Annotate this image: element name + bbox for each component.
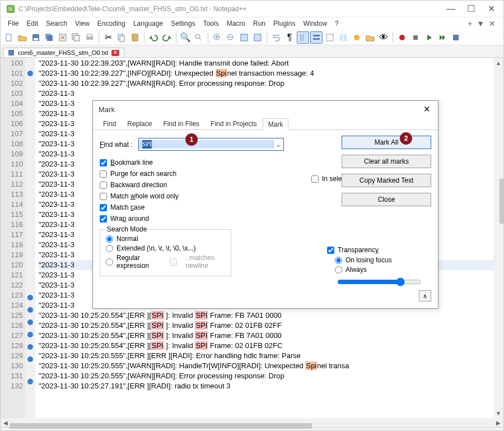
play-icon[interactable] bbox=[423, 31, 435, 44]
scroll-down-icon[interactable]: ▼ bbox=[494, 409, 502, 417]
close-file-icon[interactable] bbox=[57, 31, 69, 44]
svg-rect-4 bbox=[34, 38, 38, 40]
find-what-input[interactable] bbox=[139, 140, 273, 149]
maximize-button[interactable]: ☐ bbox=[461, 1, 481, 17]
tab-replace[interactable]: Replace bbox=[122, 118, 157, 129]
mode-extended-radio[interactable]: Extended (\n, \r, \t, \0, \x...) bbox=[106, 244, 225, 252]
stop-icon[interactable] bbox=[409, 31, 422, 44]
minimize-button[interactable]: — bbox=[441, 1, 461, 17]
menu-run[interactable]: Run bbox=[249, 18, 269, 29]
print-icon[interactable] bbox=[83, 31, 96, 44]
open-file-icon[interactable] bbox=[16, 31, 29, 44]
menu-settings[interactable]: Settings bbox=[167, 18, 199, 29]
svg-rect-28 bbox=[313, 38, 320, 40]
svg-rect-39 bbox=[8, 50, 14, 55]
file-tab[interactable]: com6_master_FHSS_stm_O0.txt ✕ bbox=[3, 48, 124, 57]
menu-search[interactable]: Search bbox=[42, 18, 71, 29]
mode-normal-radio[interactable]: Normal bbox=[106, 235, 225, 243]
svg-rect-30 bbox=[340, 34, 343, 41]
dialog-tabs: Find Replace Find in Files Find in Proje… bbox=[93, 118, 438, 130]
playmulti-icon[interactable] bbox=[436, 31, 449, 44]
copy-icon[interactable] bbox=[115, 31, 128, 44]
showall-icon[interactable]: ¶ bbox=[283, 31, 296, 44]
always-radio[interactable]: Always bbox=[335, 266, 428, 274]
tab-find[interactable]: Find bbox=[97, 118, 122, 129]
wordwrap-icon[interactable] bbox=[270, 31, 282, 44]
dialog-close-button[interactable]: ✕ bbox=[421, 104, 432, 115]
indent-guide-icon[interactable] bbox=[297, 31, 309, 44]
find-what-label: Find what : bbox=[100, 141, 133, 149]
close-all-icon[interactable] bbox=[70, 31, 82, 44]
menu-edit[interactable]: Edit bbox=[22, 18, 42, 29]
horizontal-scrollbar[interactable]: ◀ ▶ bbox=[1, 418, 503, 427]
transparency-slider[interactable] bbox=[337, 277, 421, 286]
toolbar-x-icon[interactable]: ✕ bbox=[489, 19, 496, 28]
on-losing-focus-radio[interactable]: On losing focus bbox=[335, 256, 428, 264]
mode-regex-radio[interactable]: Regular expression . matches newline bbox=[106, 254, 225, 270]
zoom-in-icon[interactable] bbox=[211, 31, 223, 44]
scroll-up-icon[interactable]: ▲ bbox=[494, 59, 502, 67]
userlang-icon[interactable] bbox=[324, 31, 336, 44]
zoom-out-icon[interactable] bbox=[225, 31, 237, 44]
tab-mark[interactable]: Mark bbox=[263, 118, 289, 130]
find-what-combo[interactable]: ⌄ bbox=[138, 138, 284, 151]
menu-help[interactable]: ? bbox=[331, 18, 343, 29]
fold-icon[interactable] bbox=[310, 31, 323, 44]
redo-icon[interactable] bbox=[161, 31, 173, 44]
record-icon[interactable] bbox=[396, 31, 408, 44]
search-mode-group: Search Mode Normal Extended (\n, \r, \t,… bbox=[100, 229, 231, 276]
paste-icon[interactable] bbox=[129, 31, 141, 44]
collapse-button[interactable]: ∧ bbox=[419, 290, 431, 302]
scroll-thumb[interactable] bbox=[500, 179, 504, 224]
undo-icon[interactable] bbox=[147, 31, 160, 44]
svg-rect-6 bbox=[47, 35, 53, 41]
annotation-badge-1: 1 bbox=[185, 133, 198, 146]
vertical-scrollbar[interactable]: ▲ ▼ bbox=[493, 58, 503, 418]
toolbar-dropdown-icon[interactable]: ▼ bbox=[477, 19, 484, 28]
menu-window[interactable]: Window bbox=[299, 18, 331, 29]
cut-icon[interactable]: ✂ bbox=[102, 31, 114, 44]
menubar: File Edit Search View Encoding Language … bbox=[1, 17, 503, 30]
new-file-icon[interactable] bbox=[3, 31, 15, 44]
tab-find-in-files[interactable]: Find in Files bbox=[157, 118, 205, 129]
close-button[interactable]: ✕ bbox=[481, 1, 501, 17]
wrap-around-checkbox[interactable]: Wrap around bbox=[100, 215, 431, 223]
svg-rect-27 bbox=[313, 35, 320, 36]
menu-macro[interactable]: Macro bbox=[223, 18, 249, 29]
clear-marks-button[interactable]: Clear all marks bbox=[342, 155, 431, 168]
scroll-left-icon[interactable]: ◀ bbox=[2, 419, 10, 427]
save-icon[interactable] bbox=[30, 31, 42, 44]
tab-find-in-projects[interactable]: Find in Projects bbox=[205, 118, 263, 129]
save-all-icon[interactable] bbox=[43, 31, 55, 44]
scroll-right-icon[interactable]: ▶ bbox=[494, 419, 502, 427]
transparency-checkbox[interactable]: Transparency bbox=[327, 246, 428, 254]
menu-language[interactable]: Language bbox=[129, 18, 167, 29]
svg-rect-15 bbox=[120, 36, 124, 41]
replace-icon[interactable] bbox=[193, 31, 205, 44]
menu-tools[interactable]: Tools bbox=[199, 18, 223, 29]
file-tab-close-icon[interactable]: ✕ bbox=[111, 50, 119, 56]
toolbar-plus-icon[interactable]: + bbox=[468, 19, 472, 28]
bookmark-margin bbox=[25, 58, 35, 418]
hscroll-thumb[interactable] bbox=[10, 423, 312, 429]
menu-plugins[interactable]: Plugins bbox=[269, 18, 299, 29]
svg-rect-23 bbox=[241, 34, 248, 41]
menu-file[interactable]: File bbox=[4, 18, 22, 29]
close-dialog-button[interactable]: Close bbox=[342, 193, 431, 206]
dialog-titlebar[interactable]: Mark ✕ bbox=[93, 101, 438, 118]
dialog-title: Mark bbox=[99, 105, 421, 114]
savemacro-icon[interactable] bbox=[450, 31, 462, 44]
funclist-icon[interactable] bbox=[351, 31, 363, 44]
menu-view[interactable]: View bbox=[71, 18, 94, 29]
mark-all-button[interactable]: Mark All bbox=[342, 136, 431, 149]
copy-marked-button[interactable]: Copy Marked Text bbox=[342, 174, 431, 187]
sync-h-icon[interactable] bbox=[251, 31, 264, 44]
sync-v-icon[interactable] bbox=[238, 31, 250, 44]
menu-encoding[interactable]: Encoding bbox=[94, 18, 129, 29]
window-titlebar: N C:\Projects\Embedded\Tele-C\com6_maste… bbox=[1, 1, 503, 17]
find-icon[interactable]: 🔍 bbox=[179, 31, 192, 44]
folder-workspace-icon[interactable] bbox=[364, 31, 376, 44]
combo-dropdown-icon[interactable]: ⌄ bbox=[273, 141, 283, 149]
monitoring-icon[interactable]: 👁 bbox=[377, 31, 390, 44]
docmap-icon[interactable] bbox=[337, 31, 349, 44]
